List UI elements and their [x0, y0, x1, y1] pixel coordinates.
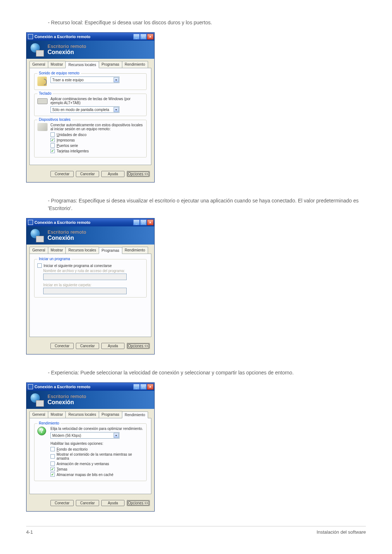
checkbox-temas[interactable]: ✔: [50, 467, 55, 471]
close-button[interactable]: ×: [147, 34, 154, 40]
tab-rendimiento[interactable]: Rendimiento: [122, 247, 148, 254]
chevron-down-icon: ▼: [114, 77, 119, 82]
tab-recursos-locales[interactable]: Recursos locales: [65, 61, 99, 68]
label-cache: Almacenar mapas de bits en caché: [57, 473, 113, 477]
help-icon: ?: [37, 427, 48, 437]
maximize-button[interactable]: □: [140, 219, 147, 225]
sonido-dropdown-value: Traer a este equipo: [52, 78, 83, 82]
group-rendimiento: Rendimiento ? Elija la velocidad de cone…: [34, 423, 147, 481]
header-line2: Conexión: [48, 49, 86, 56]
dialog-buttons: Conectar Cancelar Ayuda Opciones <<: [26, 168, 154, 182]
maximize-button[interactable]: □: [140, 34, 147, 40]
tab-mostrar[interactable]: Mostrar: [48, 411, 66, 418]
panel-rendimiento: Rendimiento ? Elija la velocidad de cone…: [29, 418, 151, 494]
cancelar-button[interactable]: Cancelar: [76, 500, 99, 506]
conectar-button[interactable]: Conectar: [50, 500, 74, 506]
group-sonido: Sonido de equipo remoto Traer a este equ…: [34, 73, 147, 90]
teclado-dropdown-value: Sólo en modo de pantalla completa: [52, 108, 109, 112]
sonido-dropdown[interactable]: Traer a este equipo ▼: [50, 77, 119, 83]
window-header: Escritorio remoto Conexión: [26, 41, 154, 59]
cancelar-button[interactable]: Cancelar: [76, 171, 99, 177]
checkbox-puertos[interactable]: [50, 143, 55, 148]
checkbox-unidades[interactable]: [50, 132, 55, 137]
label-mostrar-contenido: Mostrar el contenido de la ventana mient…: [57, 452, 143, 460]
dialog-buttons: Conectar Cancelar Ayuda Opciones <<: [26, 340, 154, 354]
group-dispositivos: Dispositivos locales Conectar automática…: [34, 120, 147, 157]
label-puertos: Puertos serie: [57, 144, 78, 148]
tab-strip: General Mostrar Recursos locales Program…: [26, 59, 154, 68]
label-impresoras: Impresoras: [57, 138, 75, 142]
window-rendimiento: Conexión a Escritorio remoto _ □ × Escri…: [26, 382, 155, 512]
teclado-dropdown[interactable]: Sólo en modo de pantalla completa ▼: [50, 106, 119, 113]
group-teclado: Teclado Aplicar combinaciones de teclas …: [34, 94, 147, 116]
app-icon: [28, 220, 33, 225]
chevron-down-icon: ▼: [114, 107, 119, 112]
group-iniciar-programa: Iniciar un programa Iniciar el siguiente…: [34, 259, 147, 297]
group-iniciar-title: Iniciar un programa: [37, 257, 72, 261]
maximize-button[interactable]: □: [140, 384, 147, 390]
conectar-button[interactable]: Conectar: [50, 343, 74, 349]
remote-desktop-icon: [30, 229, 44, 242]
titlebar-text: Conexión a Escritorio remoto: [34, 220, 133, 225]
window-recursos-locales: Conexión a Escritorio remoto _ □ × Escri…: [26, 32, 155, 182]
checkbox-cache[interactable]: ✔: [50, 472, 55, 477]
velocidad-dropdown[interactable]: Módem (56 Kbps) ▼: [50, 432, 119, 439]
tab-programas[interactable]: Programas: [99, 61, 122, 68]
tab-general[interactable]: General: [29, 247, 48, 254]
page-footer: 4-1 Instalación del software: [26, 529, 366, 546]
tab-strip: General Mostrar Recursos locales Program…: [26, 409, 154, 418]
tab-mostrar[interactable]: Mostrar: [48, 247, 66, 254]
tab-programas[interactable]: Programas: [99, 411, 122, 418]
tab-general[interactable]: General: [29, 61, 48, 68]
label-carpeta: Iniciar en la siguiente carpeta:: [43, 283, 143, 287]
opciones-button[interactable]: Opciones <<: [127, 343, 150, 349]
close-button[interactable]: ×: [147, 384, 154, 390]
label-habilitar: Habilitar las siguientes opciones:: [50, 442, 143, 446]
input-carpeta: [43, 288, 127, 294]
window-header: Escritorio remoto Conexión: [26, 226, 154, 245]
minimize-button[interactable]: _: [133, 384, 140, 390]
tab-recursos-locales[interactable]: Recursos locales: [65, 411, 99, 418]
tab-programas[interactable]: Programas: [99, 247, 122, 254]
checkbox-tarjetas[interactable]: ✔: [50, 149, 55, 153]
titlebar: Conexión a Escritorio remoto _ □ ×: [26, 383, 154, 391]
checkbox-iniciar-programa[interactable]: [37, 263, 42, 268]
dispositivos-label: Conectar automáticamente con estos dispo…: [50, 123, 143, 131]
tab-rendimiento[interactable]: Rendimiento: [122, 61, 148, 68]
checkbox-mostrar-contenido[interactable]: [50, 454, 55, 459]
minimize-button[interactable]: _: [133, 219, 140, 225]
window-header: Escritorio remoto Conexión: [26, 391, 154, 409]
opciones-button[interactable]: Opciones <<: [127, 171, 150, 177]
intro-experiencia: - Experiencia: Puede seleccionar la velo…: [26, 369, 366, 377]
tab-rendimiento[interactable]: Rendimiento: [122, 411, 148, 418]
checkbox-fondo[interactable]: [50, 447, 55, 451]
checkbox-impresoras[interactable]: ✔: [50, 138, 55, 142]
opciones-button[interactable]: Opciones <<: [127, 500, 150, 506]
tab-general[interactable]: General: [29, 411, 48, 418]
conectar-button[interactable]: Conectar: [50, 171, 74, 177]
page-number: 4-1: [26, 529, 33, 535]
group-teclado-title: Teclado: [37, 91, 53, 95]
checkbox-animacion[interactable]: [50, 461, 55, 466]
panel-recursos-locales: Sonido de equipo remoto Traer a este equ…: [29, 68, 151, 165]
label-animacion: Animación de menús y ventanas: [57, 462, 109, 466]
header-line1: Escritorio remoto: [48, 394, 86, 399]
ayuda-button[interactable]: Ayuda: [101, 343, 124, 349]
header-line1: Escritorio remoto: [48, 230, 86, 235]
window-programas: Conexión a Escritorio remoto _ □ × Escri…: [26, 218, 155, 354]
label-temas: Temas: [57, 467, 67, 471]
tab-mostrar[interactable]: Mostrar: [48, 61, 66, 68]
tab-strip: General Mostrar Recursos locales Program…: [26, 245, 154, 254]
tab-recursos-locales[interactable]: Recursos locales: [65, 247, 99, 254]
titlebar: Conexión a Escritorio remoto _ □ ×: [26, 218, 154, 226]
ayuda-button[interactable]: Ayuda: [101, 171, 124, 177]
cancelar-button[interactable]: Cancelar: [76, 343, 99, 349]
close-button[interactable]: ×: [147, 219, 154, 225]
ayuda-button[interactable]: Ayuda: [101, 500, 124, 506]
minimize-button[interactable]: _: [133, 34, 140, 40]
header-line2: Conexión: [48, 235, 86, 241]
label-iniciar-programa: Iniciar el siguiente programa al conecta…: [44, 264, 112, 268]
label-tarjetas: Tarjetas inteligentes: [57, 149, 89, 153]
label-fondo: Fondo de escritorio: [57, 447, 88, 451]
panel-programas: Iniciar un programa Iniciar el siguiente…: [29, 254, 151, 337]
